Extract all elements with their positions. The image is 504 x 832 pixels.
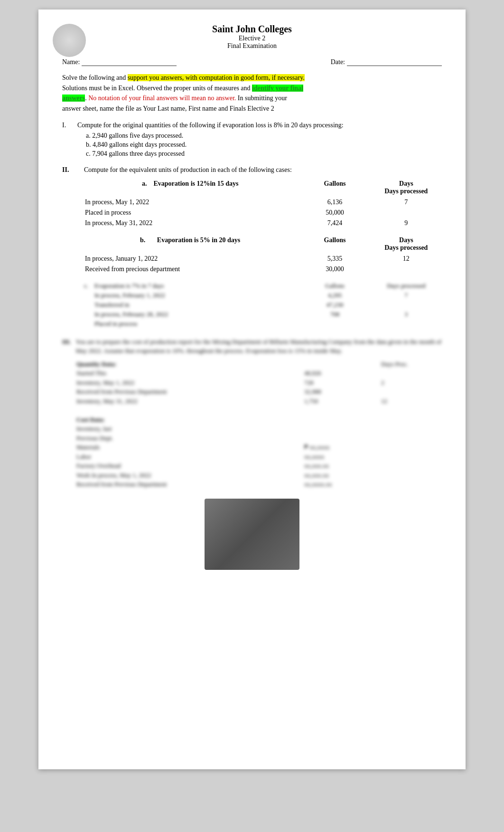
table-row-blurred: In process, February 1, 2022 4,295 7 — [81, 291, 442, 300]
factory-oh-val: xx,xxx.xx — [304, 461, 381, 471]
sub-b-letter: b. — [140, 236, 145, 244]
date-underline — [347, 58, 442, 66]
table-b-gallons-header: Gallons — [299, 235, 370, 254]
institution-name: Saint John Colleges — [62, 24, 442, 35]
name-underline — [82, 58, 177, 66]
page-header: Saint John Colleges Elective 2 Final Exa… — [62, 24, 442, 50]
instruction-red: No notation of your final answers will m… — [88, 95, 236, 102]
rec-prev-days — [381, 387, 456, 397]
inv-last-col2 — [381, 424, 456, 434]
bottom-image — [205, 499, 299, 570]
row-a1-days: 7 — [371, 197, 442, 208]
table-row-blurred: In process, February 28, 2022 708 3 — [81, 310, 442, 319]
table-row-blurred: Placed in process — [81, 319, 442, 329]
table-row-blurred: Inventory, last — [76, 424, 456, 434]
days-label: Days — [374, 180, 438, 188]
row-a1-gallons: 6,136 — [299, 197, 370, 208]
table-a-header: a. Evaporation is 12%in 15 days Gallons … — [81, 179, 442, 197]
row-a2-gallons: 50,000 — [299, 208, 370, 218]
table-row-blurred: Inventory, May 31, 2022 1,750 12 — [76, 397, 456, 406]
table-row-blurred: Received from Previous Department 32,988 — [76, 387, 456, 397]
rec-prev-gallons: 32,988 — [304, 387, 381, 397]
qty-col1 — [304, 359, 381, 369]
sub-a-evap: Evaporation is 12%in 15 days — [153, 180, 238, 187]
prev-dept-label: Previous Dept. — [76, 434, 304, 443]
prev-dept-val — [304, 434, 381, 443]
inv-may31-gallons: 1,750 — [304, 397, 381, 406]
exam-page: Saint John Colleges Elective 2 Final Exa… — [38, 9, 466, 769]
c-row1-gallons: 4,295 — [299, 291, 370, 300]
table-a-days-header: Days Days processed — [371, 179, 442, 197]
processed-label-b: Days processed — [374, 244, 438, 252]
c-days-header: Days processed — [371, 281, 442, 291]
c-row4-label: Placed in process — [81, 319, 299, 329]
inv-may31-label: Inventory, May 31, 2022 — [76, 397, 304, 406]
rec-from-val: xx,xxxx.xx — [304, 480, 381, 489]
inv-last-val — [304, 424, 381, 434]
row-a1-label: In process, May 1, 2022 — [81, 197, 299, 208]
name-field: Name: — [62, 58, 177, 66]
inv-may1-days: 2 — [381, 378, 456, 388]
c-row1-days: 7 — [371, 291, 442, 300]
rec-from-label: Received from Previous Department — [76, 480, 304, 489]
question-I-block: I. Compute for the original quantities o… — [62, 122, 442, 158]
table-row-blurred: Quantity Data: Days Proc. — [76, 359, 456, 369]
c-gallons-header: Gallons — [299, 281, 370, 291]
table-b-letter: b. Evaporation is 5% in 20 days — [81, 235, 299, 254]
sub-b-evap: Evaporation is 5% in 20 days — [157, 236, 240, 244]
c-row2-gallons: 47,230 — [299, 300, 370, 310]
table-a-gallons-header: Gallons — [299, 179, 370, 197]
question-I-text: Compute for the original quantities of t… — [77, 122, 442, 129]
table-row-blurred: Cost Data: — [76, 415, 456, 425]
table-row-blurred: Work In process, May 1, 2022 xx,xxx.xx — [76, 471, 456, 480]
table-row-blurred: Labor xx,xxxx — [76, 452, 456, 462]
question-II-block: II. Compute for the equivalent units of … — [62, 166, 442, 329]
school-logo — [53, 24, 86, 57]
c-letter-evap: c. Evaporation is 7% in 7 days — [81, 281, 299, 291]
c-row4-days — [371, 319, 442, 329]
row-a2-label: Placed in process — [81, 208, 299, 218]
table-row-blurred: Transferred in 47,230 — [81, 300, 442, 310]
question-II-a-table: a. Evaporation is 12%in 15 days Gallons … — [81, 179, 442, 228]
bottom-image-container — [62, 499, 442, 570]
table-row: In process, May 1, 2022 6,136 7 — [81, 197, 442, 208]
name-date-row: Name: Date: — [62, 58, 442, 66]
row-b2-label: Received from precious department — [81, 264, 299, 274]
row-a3-label: In process, May 31, 2022 — [81, 218, 299, 228]
question-I-items: a. 2,940 gallons five days processed. b.… — [86, 132, 442, 158]
table-row: Received from precious department 30,000 — [81, 264, 442, 274]
c-row1-label: In process, February 1, 2022 — [81, 291, 299, 300]
rec-from-col2 — [381, 480, 456, 489]
inv-may31-days: 12 — [381, 397, 456, 406]
cost-col2 — [381, 415, 456, 425]
section-III-text: You are to prepare the cost of productio… — [75, 337, 442, 356]
section-III-blurred: III. You are to prepare the cost of prod… — [62, 337, 442, 489]
days-label-b: Days — [374, 236, 438, 244]
wip-val: xx,xxx.xx — [304, 471, 381, 480]
table-row-blurred: Inventory, May 1, 2022 728 2 — [76, 378, 456, 388]
section-III-numeral: III. — [62, 337, 71, 356]
exam-type: Final Examination — [62, 42, 442, 50]
instruction-highlight-1: support you answers, with computation in… — [128, 74, 305, 81]
c-row3-gallons: 708 — [299, 310, 370, 319]
cost-col1 — [304, 415, 381, 425]
question-I-header: I. Compute for the original quantities o… — [62, 122, 442, 129]
table-row: In process, January 1, 2022 5,335 12 — [81, 254, 442, 264]
inv-may1-gallons: 728 — [304, 378, 381, 388]
question-II-numeral: II. — [62, 166, 76, 174]
started-label: Started This — [76, 369, 304, 378]
wip-col2 — [381, 471, 456, 480]
prev-dept-col2 — [381, 434, 456, 443]
table-b-header: b. Evaporation is 5% in 20 days Gallons … — [81, 235, 442, 254]
row-a3-gallons: 7,424 — [299, 218, 370, 228]
date-label: Date: — [331, 58, 345, 66]
rec-prev-label: Received from Previous Department — [76, 387, 304, 397]
c-row4-gallons — [299, 319, 370, 329]
row-a3-days: 9 — [371, 218, 442, 228]
labor-val: xx,xxxx — [304, 452, 381, 462]
name-label: Name: — [62, 58, 80, 66]
section-III-table: Quantity Data: Days Proc. Started This 4… — [76, 359, 456, 489]
table-b-days-header: Days Days processed — [371, 235, 442, 254]
question-II-c-blurred: c. Evaporation is 7% in 7 days Gallons D… — [81, 281, 442, 329]
qty-col2: Days Proc. — [381, 359, 456, 369]
